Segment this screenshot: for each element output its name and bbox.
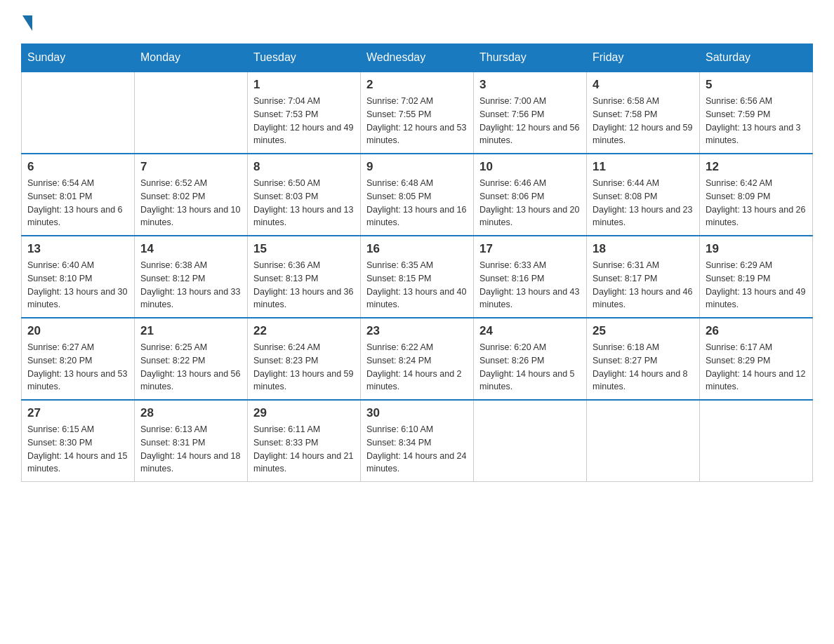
table-row: 21Sunrise: 6:25 AMSunset: 8:22 PMDayligh… [135, 318, 248, 400]
day-info: Sunrise: 6:20 AMSunset: 8:26 PMDaylight:… [479, 341, 581, 394]
logo-triangle-icon [22, 15, 32, 31]
day-number: 17 [479, 242, 581, 256]
day-number: 2 [366, 78, 468, 92]
day-number: 18 [593, 242, 694, 256]
day-info: Sunrise: 7:00 AMSunset: 7:56 PMDaylight:… [479, 95, 581, 147]
logo [21, 14, 34, 29]
day-info: Sunrise: 6:40 AMSunset: 8:10 PMDaylight:… [27, 259, 128, 311]
header-friday: Friday [587, 44, 700, 72]
table-row: 23Sunrise: 6:22 AMSunset: 8:24 PMDayligh… [361, 318, 474, 400]
day-number: 15 [253, 242, 355, 256]
table-row: 8Sunrise: 6:50 AMSunset: 8:03 PMDaylight… [248, 154, 361, 236]
day-info: Sunrise: 6:48 AMSunset: 8:05 PMDaylight:… [366, 177, 468, 229]
table-row [135, 72, 248, 154]
day-number: 16 [366, 242, 468, 256]
day-info: Sunrise: 6:29 AMSunset: 8:19 PMDaylight:… [706, 259, 807, 311]
day-info: Sunrise: 6:13 AMSunset: 8:31 PMDaylight:… [140, 423, 241, 476]
day-info: Sunrise: 7:02 AMSunset: 7:55 PMDaylight:… [366, 95, 468, 147]
table-row: 1Sunrise: 7:04 AMSunset: 7:53 PMDaylight… [248, 72, 361, 154]
table-row [474, 400, 587, 482]
day-info: Sunrise: 6:54 AMSunset: 8:01 PMDaylight:… [27, 177, 128, 229]
day-info: Sunrise: 6:42 AMSunset: 8:09 PMDaylight:… [706, 177, 807, 229]
header-thursday: Thursday [474, 44, 587, 72]
day-number: 10 [479, 160, 581, 174]
table-row [587, 400, 700, 482]
day-number: 8 [253, 160, 355, 174]
table-row: 17Sunrise: 6:33 AMSunset: 8:16 PMDayligh… [474, 236, 587, 318]
day-info: Sunrise: 6:22 AMSunset: 8:24 PMDaylight:… [366, 341, 468, 394]
calendar-table: Sunday Monday Tuesday Wednesday Thursday… [21, 43, 813, 482]
day-info: Sunrise: 6:33 AMSunset: 8:16 PMDaylight:… [479, 259, 581, 311]
table-row: 3Sunrise: 7:00 AMSunset: 7:56 PMDaylight… [474, 72, 587, 154]
day-info: Sunrise: 6:50 AMSunset: 8:03 PMDaylight:… [253, 177, 355, 229]
week-row-2: 6Sunrise: 6:54 AMSunset: 8:01 PMDaylight… [22, 154, 813, 236]
day-info: Sunrise: 6:25 AMSunset: 8:22 PMDaylight:… [140, 341, 241, 394]
day-number: 6 [27, 160, 128, 174]
table-row: 29Sunrise: 6:11 AMSunset: 8:33 PMDayligh… [248, 400, 361, 482]
table-row: 15Sunrise: 6:36 AMSunset: 8:13 PMDayligh… [248, 236, 361, 318]
header-tuesday: Tuesday [248, 44, 361, 72]
day-info: Sunrise: 6:58 AMSunset: 7:58 PMDaylight:… [593, 95, 694, 147]
table-row [22, 72, 135, 154]
header-wednesday: Wednesday [361, 44, 474, 72]
day-info: Sunrise: 6:11 AMSunset: 8:33 PMDaylight:… [253, 423, 355, 476]
week-row-1: 1Sunrise: 7:04 AMSunset: 7:53 PMDaylight… [22, 72, 813, 154]
day-number: 29 [253, 406, 355, 420]
table-row: 27Sunrise: 6:15 AMSunset: 8:30 PMDayligh… [22, 400, 135, 482]
page-header [21, 14, 813, 29]
table-row: 4Sunrise: 6:58 AMSunset: 7:58 PMDaylight… [587, 72, 700, 154]
day-info: Sunrise: 6:56 AMSunset: 7:59 PMDaylight:… [706, 95, 807, 147]
day-info: Sunrise: 6:44 AMSunset: 8:08 PMDaylight:… [593, 177, 694, 229]
day-info: Sunrise: 6:15 AMSunset: 8:30 PMDaylight:… [27, 423, 128, 476]
day-number: 30 [366, 406, 468, 420]
day-info: Sunrise: 6:36 AMSunset: 8:13 PMDaylight:… [253, 259, 355, 311]
day-number: 24 [479, 324, 581, 338]
day-number: 23 [366, 324, 468, 338]
week-row-4: 20Sunrise: 6:27 AMSunset: 8:20 PMDayligh… [22, 318, 813, 400]
day-number: 9 [366, 160, 468, 174]
day-number: 11 [593, 160, 694, 174]
table-row: 30Sunrise: 6:10 AMSunset: 8:34 PMDayligh… [361, 400, 474, 482]
day-info: Sunrise: 7:04 AMSunset: 7:53 PMDaylight:… [253, 95, 355, 147]
day-info: Sunrise: 6:27 AMSunset: 8:20 PMDaylight:… [27, 341, 128, 394]
day-info: Sunrise: 6:46 AMSunset: 8:06 PMDaylight:… [479, 177, 581, 229]
day-number: 27 [27, 406, 128, 420]
table-row: 28Sunrise: 6:13 AMSunset: 8:31 PMDayligh… [135, 400, 248, 482]
day-info: Sunrise: 6:38 AMSunset: 8:12 PMDaylight:… [140, 259, 241, 311]
week-row-3: 13Sunrise: 6:40 AMSunset: 8:10 PMDayligh… [22, 236, 813, 318]
day-number: 7 [140, 160, 241, 174]
table-row: 22Sunrise: 6:24 AMSunset: 8:23 PMDayligh… [248, 318, 361, 400]
day-number: 1 [253, 78, 355, 92]
table-row: 14Sunrise: 6:38 AMSunset: 8:12 PMDayligh… [135, 236, 248, 318]
weekday-header-row: Sunday Monday Tuesday Wednesday Thursday… [22, 44, 813, 72]
table-row: 12Sunrise: 6:42 AMSunset: 8:09 PMDayligh… [700, 154, 813, 236]
day-info: Sunrise: 6:18 AMSunset: 8:27 PMDaylight:… [593, 341, 694, 394]
table-row: 25Sunrise: 6:18 AMSunset: 8:27 PMDayligh… [587, 318, 700, 400]
table-row: 26Sunrise: 6:17 AMSunset: 8:29 PMDayligh… [700, 318, 813, 400]
day-number: 12 [706, 160, 807, 174]
day-info: Sunrise: 6:17 AMSunset: 8:29 PMDaylight:… [706, 341, 807, 394]
day-number: 20 [27, 324, 128, 338]
table-row: 10Sunrise: 6:46 AMSunset: 8:06 PMDayligh… [474, 154, 587, 236]
table-row: 13Sunrise: 6:40 AMSunset: 8:10 PMDayligh… [22, 236, 135, 318]
table-row: 5Sunrise: 6:56 AMSunset: 7:59 PMDaylight… [700, 72, 813, 154]
day-number: 19 [706, 242, 807, 256]
day-number: 22 [253, 324, 355, 338]
table-row: 2Sunrise: 7:02 AMSunset: 7:55 PMDaylight… [361, 72, 474, 154]
table-row: 7Sunrise: 6:52 AMSunset: 8:02 PMDaylight… [135, 154, 248, 236]
table-row: 20Sunrise: 6:27 AMSunset: 8:20 PMDayligh… [22, 318, 135, 400]
table-row: 16Sunrise: 6:35 AMSunset: 8:15 PMDayligh… [361, 236, 474, 318]
day-number: 5 [706, 78, 807, 92]
table-row: 19Sunrise: 6:29 AMSunset: 8:19 PMDayligh… [700, 236, 813, 318]
day-info: Sunrise: 6:35 AMSunset: 8:15 PMDaylight:… [366, 259, 468, 311]
day-number: 3 [479, 78, 581, 92]
day-number: 28 [140, 406, 241, 420]
header-saturday: Saturday [700, 44, 813, 72]
week-row-5: 27Sunrise: 6:15 AMSunset: 8:30 PMDayligh… [22, 400, 813, 482]
day-info: Sunrise: 6:24 AMSunset: 8:23 PMDaylight:… [253, 341, 355, 394]
header-monday: Monday [135, 44, 248, 72]
day-number: 25 [593, 324, 694, 338]
day-number: 26 [706, 324, 807, 338]
day-info: Sunrise: 6:31 AMSunset: 8:17 PMDaylight:… [593, 259, 694, 311]
day-info: Sunrise: 6:10 AMSunset: 8:34 PMDaylight:… [366, 423, 468, 476]
